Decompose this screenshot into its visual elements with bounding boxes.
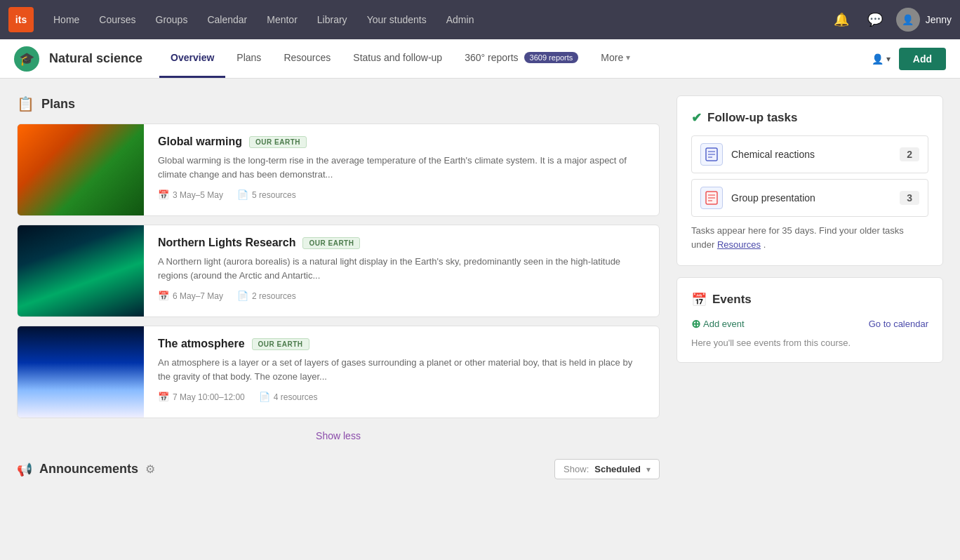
task-icon-1	[700, 143, 723, 166]
events-section: 📅 Events ⊕ Add event Go to calendar Here…	[676, 277, 943, 363]
user-filter-button[interactable]: 👤 ▾	[872, 53, 891, 65]
plan-title-3: The atmosphere	[158, 338, 245, 350]
nav-courses[interactable]: Courses	[91, 8, 144, 31]
left-panel: 📋 Plans Global warming OUR EARTH Global …	[17, 95, 660, 479]
show-label: Show:	[564, 464, 589, 474]
nav-home[interactable]: Home	[45, 8, 88, 31]
announcements-header: 📢 Announcements ⚙ Show: Scheduled ▾	[17, 459, 660, 479]
show-less-link[interactable]: Show less	[316, 430, 361, 441]
task-item-chemical-reactions[interactable]: Chemical reactions 2	[691, 135, 928, 173]
tab-more[interactable]: More ▾	[589, 39, 641, 78]
check-icon: ✔	[691, 110, 702, 126]
course-icon: 🎓	[14, 46, 39, 72]
notifications-button[interactable]: 🔔	[829, 7, 854, 32]
task-count-2: 3	[900, 191, 919, 205]
calendar-icon-2: 📅	[158, 291, 169, 301]
plan-tag-1: OUR EARTH	[249, 136, 307, 148]
events-actions: ⊕ Add event Go to calendar	[691, 317, 928, 331]
calendar-icon-3: 📅	[158, 392, 169, 402]
followup-section: ✔ Follow-up tasks Chemical reactions 2	[676, 95, 943, 266]
show-value: Scheduled	[594, 464, 641, 474]
plan-date-1: 📅 3 May–5 May	[158, 189, 223, 200]
user-menu[interactable]: 👤 Jenny	[896, 8, 952, 32]
plan-tag-2: OUR EARTH	[302, 237, 360, 249]
plan-title-1: Global warming	[158, 135, 242, 148]
top-navigation: its Home Courses Groups Calendar Mentor …	[0, 0, 960, 39]
plan-info-3: The atmosphere OUR EARTH An atmosphere i…	[144, 326, 659, 418]
tab-resources[interactable]: Resources	[272, 39, 342, 78]
tab-360-reports[interactable]: 360° reports 3609 reports	[453, 39, 589, 78]
file-icon-1: 📄	[237, 189, 248, 200]
plan-thumb-2	[18, 225, 144, 316]
announcements-icon: 📢	[17, 462, 32, 477]
plans-title: Plans	[41, 97, 75, 112]
plan-card-atmosphere[interactable]: The atmosphere OUR EARTH An atmosphere i…	[17, 326, 660, 418]
plan-thumb-3	[18, 326, 144, 418]
thumb-image-1	[18, 124, 144, 215]
nav-mentor[interactable]: Mentor	[258, 8, 306, 31]
plans-icon: 📋	[17, 95, 34, 112]
right-panel: ✔ Follow-up tasks Chemical reactions 2	[676, 95, 943, 479]
nav-your-students[interactable]: Your students	[359, 8, 435, 31]
events-empty-text: Here you'll see events from this course.	[691, 338, 928, 348]
nav-admin[interactable]: Admin	[438, 8, 483, 31]
its-logo[interactable]: its	[8, 7, 34, 32]
plan-tag-3: OUR EARTH	[252, 338, 309, 350]
tab-overview[interactable]: Overview	[159, 39, 225, 78]
plan-resources-3: 📄 4 resources	[259, 392, 318, 402]
plan-card-northern-lights[interactable]: Northern Lights Research OUR EARTH A Nor…	[17, 225, 660, 317]
add-button[interactable]: Add	[899, 48, 946, 70]
file-icon-3: 📄	[259, 392, 270, 402]
task-icon-2	[700, 187, 723, 209]
events-title: 📅 Events	[691, 292, 928, 307]
task-name-1: Chemical reactions	[731, 149, 900, 160]
secondary-navigation: 🎓 Natural science Overview Plans Resourc…	[0, 39, 960, 79]
dropdown-chevron: ▾	[646, 465, 651, 474]
nav-calendar[interactable]: Calendar	[199, 8, 255, 31]
avatar: 👤	[896, 8, 920, 32]
followup-title: ✔ Follow-up tasks	[691, 110, 928, 126]
plans-section-header: 📋 Plans	[17, 95, 660, 112]
nav-groups[interactable]: Groups	[147, 8, 196, 31]
plan-meta-1: 📅 3 May–5 May 📄 5 resources	[158, 189, 645, 200]
announcements-right: Show: Scheduled ▾	[554, 459, 660, 479]
add-event-plus-icon: ⊕	[691, 317, 700, 331]
gear-icon[interactable]: ⚙	[145, 462, 155, 476]
plan-title-row-2: Northern Lights Research OUR EARTH	[158, 236, 645, 249]
show-less-row: Show less	[17, 429, 660, 442]
thumb-image-2	[18, 225, 144, 316]
plan-info-1: Global warming OUR EARTH Global warming …	[144, 124, 659, 215]
reports-badge: 3609 reports	[524, 52, 579, 63]
plan-resources-2: 📄 2 resources	[237, 291, 296, 301]
nav-library[interactable]: Library	[309, 8, 356, 31]
plan-card-global-warming[interactable]: Global warming OUR EARTH Global warming …	[17, 124, 660, 216]
plan-meta-2: 📅 6 May–7 May 📄 2 resources	[158, 291, 645, 301]
show-dropdown[interactable]: Show: Scheduled ▾	[554, 459, 660, 479]
user-name: Jenny	[926, 14, 952, 25]
tab-status-followup[interactable]: Status and follow-up	[342, 39, 453, 78]
messages-button[interactable]: 💬	[862, 7, 888, 32]
calendar-icon-1: 📅	[158, 189, 169, 200]
task-count-1: 2	[900, 147, 919, 161]
plan-title-row-1: Global warming OUR EARTH	[158, 135, 645, 148]
main-content: 📋 Plans Global warming OUR EARTH Global …	[0, 79, 960, 496]
plan-info-2: Northern Lights Research OUR EARTH A Nor…	[144, 225, 659, 316]
plan-resources-1: 📄 5 resources	[237, 189, 296, 200]
file-icon-2: 📄	[237, 291, 248, 301]
course-title: Natural science	[49, 51, 142, 66]
secondary-nav-tabs: Overview Plans Resources Status and foll…	[159, 39, 872, 78]
plan-title-row-3: The atmosphere OUR EARTH	[158, 338, 645, 350]
add-event-link[interactable]: ⊕ Add event	[691, 317, 745, 331]
task-name-2: Group presentation	[731, 192, 900, 204]
plan-date-2: 📅 6 May–7 May	[158, 291, 223, 301]
plan-desc-2: A Northern light (aurora borealis) is a …	[158, 255, 645, 282]
task-item-group-presentation[interactable]: Group presentation 3	[691, 179, 928, 217]
tab-plans[interactable]: Plans	[225, 39, 272, 78]
resources-link[interactable]: Resources	[717, 239, 761, 250]
reports-container: 360° reports 3609 reports	[465, 52, 578, 63]
announcements-title: Announcements	[39, 462, 138, 476]
thumb-image-3	[18, 326, 144, 418]
go-to-calendar-link[interactable]: Go to calendar	[869, 319, 928, 329]
tasks-note: Tasks appear here for 35 days. Find your…	[691, 224, 928, 251]
plan-desc-1: Global warming is the long-term rise in …	[158, 154, 645, 181]
